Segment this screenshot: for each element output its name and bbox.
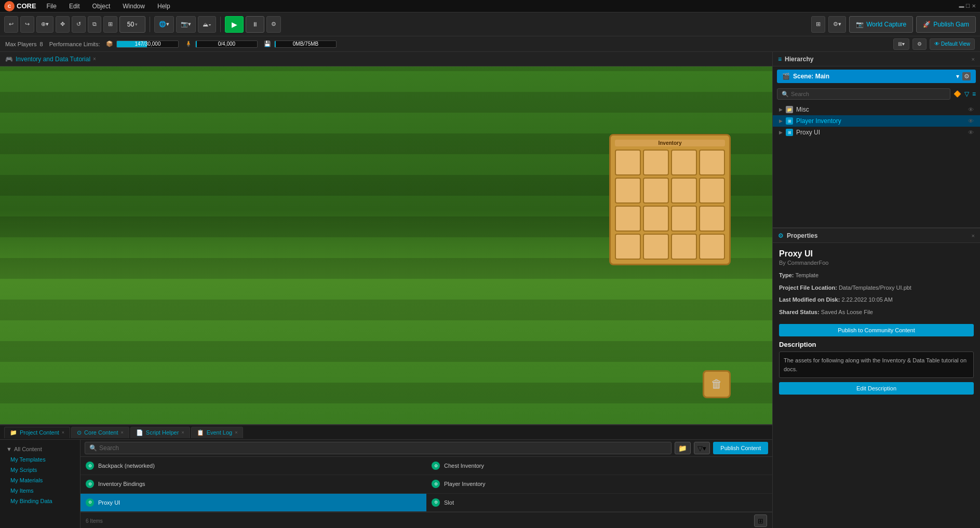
hierarchy-item-misc[interactable]: ▶ 📁 Misc 👁 [773,104,980,115]
world-button[interactable]: 🌐▾ [154,16,174,33]
stat3-bar: 0MB/75MB [274,40,337,48]
content-item-player-inventory[interactable]: ⚙ Player Inventory [426,475,772,493]
misc-visibility-icon[interactable]: 👁 [968,106,974,113]
inventory-grid [615,150,725,260]
hierarchy-filter-icon[interactable]: 🔶 [954,90,961,98]
menu-object[interactable]: Object [90,2,113,11]
slot-label: Slot [444,499,454,506]
hierarchy-search-placeholder: Search [791,91,809,97]
nav-my-scripts[interactable]: My Scripts [0,465,80,475]
scene-selector[interactable]: 🎬 Scene: Main ▾ ⚙ [777,70,976,83]
redo-button[interactable]: ↪ [20,16,34,33]
player-inv-visibility-icon[interactable]: 👁 [968,118,974,124]
tab-script-helper[interactable]: 📄 Script Helper × [130,427,190,438]
viewport[interactable]: Inventory [0,66,772,424]
grid-view-btn[interactable]: ⊞ [754,515,767,527]
tab-project-content[interactable]: 📁 Project Content × [4,427,70,438]
inv-slot-2 [643,150,669,175]
hierarchy-search-box[interactable]: 🔍 Search [777,88,950,100]
scene-dropdown-icon: ▾ [956,73,959,80]
publish-content-button[interactable]: Publish Content [713,442,768,454]
core-content-label: Core Content [84,429,118,436]
core-content-close[interactable]: × [121,430,124,435]
inv-slot-7 [671,178,697,204]
grid-size[interactable]: 50▾ [119,16,145,33]
network-button[interactable]: ⚙ [266,16,281,33]
undo-button[interactable]: ↩ [4,16,18,33]
duplicate-button[interactable]: ⧉ [88,16,101,33]
props-shared-value: Saved As Loose File [821,309,873,315]
content-item-proxy-ui[interactable]: ⚙ Proxy UI [80,494,426,512]
nav-my-items[interactable]: My Items [0,485,80,496]
description-box: The assets for following along with the … [779,351,974,378]
viewport-tab-item[interactable]: 🎮 Inventory and Data Tutorial × [5,56,96,63]
trash-button[interactable]: 🗑 [703,370,731,398]
content-search-box[interactable]: 🔍 Search [85,442,672,454]
menu-window[interactable]: Window [120,2,147,11]
edit-description-button[interactable]: Edit Description [779,382,974,395]
content-item-backpack[interactable]: ⚙ Backpack (networked) [80,457,426,475]
hierarchy-search-area: 🔍 Search 🔶 ▽ ≡ [773,86,980,102]
content-sidebar: ▼ All Content My Templates My Scripts My… [0,440,80,528]
world-capture-label: World Capture [866,21,906,28]
inv-slot-8 [699,178,725,204]
max-players-stat: Max Players 8 [5,41,43,47]
tab-core-content[interactable]: ⊙ Core Content × [71,427,129,438]
stat1-text: 147/30,000 [117,41,178,47]
settings-btn-2[interactable]: ⚙ [912,38,927,50]
settings-button[interactable]: ⚙▾ [828,16,846,33]
nav-my-templates[interactable]: My Templates [0,454,80,465]
select-button[interactable]: ⊕▾ [36,16,53,33]
camera-button[interactable]: 📷▾ [176,16,196,33]
folder-view-btn[interactable]: 📁 [675,442,691,454]
props-shared-label: Shared Status: [779,309,820,315]
script-helper-close[interactable]: × [181,430,184,435]
project-content-close[interactable]: × [62,430,64,435]
hierarchy-item-proxy-ui[interactable]: ▶ ⊞ Proxy UI 👁 [773,127,980,138]
terrain-button[interactable]: ⛰▾ [198,16,216,33]
rotate-button[interactable]: ↺ [72,16,86,33]
hierarchy-item-player-inventory[interactable]: ▶ ⊞ Player Inventory 👁 [773,115,980,127]
inv-slot-6 [643,178,669,204]
hierarchy-extra-icon[interactable]: ≡ [972,90,976,98]
all-content-section[interactable]: ▼ All Content [0,444,80,454]
menu-file[interactable]: File [45,2,59,11]
play-button[interactable]: ▶ [225,16,244,33]
player-inv-expand-icon: ▶ [779,118,783,124]
menu-help[interactable]: Help [155,2,172,11]
proxy-ui-hierarchy-icon: ⊞ [786,129,793,136]
event-log-label: Event Log [207,429,233,436]
grid-button[interactable]: ⊞ [103,16,117,33]
nav-my-binding-data[interactable]: My Binding Data [0,496,80,506]
default-view-btn[interactable]: 👁 Default View [930,38,975,50]
viewport-area: 🎮 Inventory and Data Tutorial × Inventor… [0,52,772,528]
pause-button[interactable]: ⏸ [246,16,264,33]
viewport-tab-close[interactable]: × [93,56,96,62]
layout-button[interactable]: ⊞ [811,16,825,33]
content-item-slot[interactable]: ⚙ Slot [426,494,772,512]
filter-btn[interactable]: ▽▾ [694,442,710,454]
menu-edit[interactable]: Edit [67,2,82,11]
move-button[interactable]: ✥ [56,16,70,33]
separator-1 [150,17,150,32]
tab-event-log[interactable]: 📋 Event Log × [191,427,244,438]
proxy-ui-visibility-icon[interactable]: 👁 [968,129,974,136]
publish-community-button[interactable]: Publish to Community Content [779,324,974,336]
properties-close[interactable]: × [972,233,975,239]
world-capture-button[interactable]: 📷 World Capture [849,16,913,33]
publish-game-button[interactable]: 🚀 Publish Gam [916,16,976,33]
scene-settings-icon[interactable]: ⚙ [962,72,971,80]
layout-view-btn[interactable]: ⊞▾ [893,38,909,50]
all-content-label: All Content [14,446,42,452]
content-item-inventory-bindings[interactable]: ⚙ Inventory Bindings [80,475,426,493]
content-item-chest[interactable]: ⚙ Chest Inventory [426,457,772,475]
backpack-icon: ⚙ [86,462,94,470]
performance-label-item: Performance Limits: [49,41,100,47]
event-log-close[interactable]: × [235,430,237,435]
hierarchy-sort-icon[interactable]: ▽ [964,90,969,98]
publish-game-label: Publish Gam [933,21,969,28]
nav-my-materials[interactable]: My Materials [0,475,80,485]
hierarchy-close[interactable]: × [972,56,975,62]
inv-slot-13 [615,234,641,260]
proxy-ui-icon: ⚙ [86,498,94,507]
